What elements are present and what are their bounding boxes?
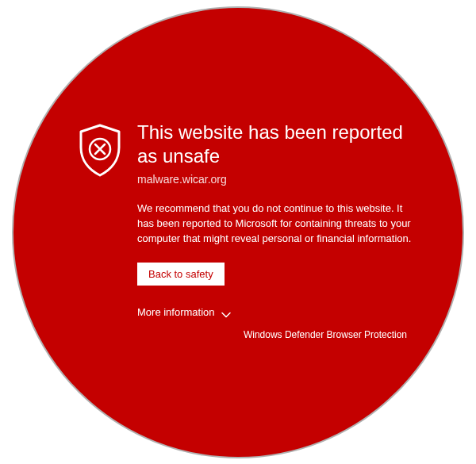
- more-information-toggle[interactable]: More information: [137, 306, 231, 318]
- warning-content: This website has been reported as unsafe…: [77, 121, 415, 319]
- warning-panel: This website has been reported as unsafe…: [12, 6, 464, 458]
- chevron-down-icon: [221, 309, 231, 315]
- warning-title: This website has been reported as unsafe: [137, 121, 415, 168]
- warning-hostname: malware.wicar.org: [137, 173, 415, 186]
- shield-x-icon: [77, 124, 123, 178]
- product-attribution: Windows Defender Browser Protection: [244, 329, 407, 340]
- warning-description: We recommend that you do not continue to…: [137, 201, 415, 247]
- text-column: This website has been reported as unsafe…: [137, 121, 415, 319]
- more-information-label: More information: [137, 306, 215, 318]
- header-row: This website has been reported as unsafe…: [77, 121, 415, 319]
- back-to-safety-button[interactable]: Back to safety: [137, 263, 225, 286]
